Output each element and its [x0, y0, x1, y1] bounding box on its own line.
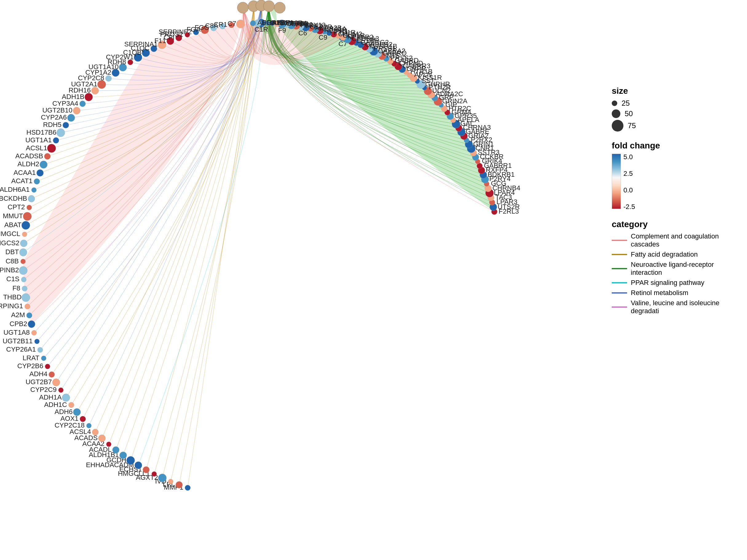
size-circle: [612, 101, 617, 106]
category-label: Complement and coagulation cascades: [631, 232, 728, 248]
category-item: Valine, leucine and isoleucine degradati: [612, 299, 728, 315]
category-item: Complement and coagulation cascades: [612, 232, 728, 248]
fold-change-label: 5.0: [623, 154, 635, 160]
category-item: Fatty acid degradation: [612, 250, 728, 259]
category-label: PPAR signaling pathway: [631, 279, 704, 287]
category-item: PPAR signaling pathway: [612, 279, 728, 287]
category-label: Retinol metabolism: [631, 289, 688, 297]
category-title: category: [612, 219, 728, 229]
category-color-line: [612, 282, 627, 284]
category-color-line: [612, 254, 627, 255]
fold-change-gradient: [612, 154, 621, 209]
category-item: Retinol metabolism: [612, 289, 728, 297]
fold-change-label: 2.5: [623, 170, 635, 177]
size-legend-row: 25: [612, 99, 728, 108]
legend-container: size 255075 fold change 5.02.50.0-2.5 ca…: [612, 86, 728, 317]
category-label: Fatty acid degradation: [631, 250, 698, 259]
fold-change-label: -2.5: [623, 204, 635, 210]
size-label: 25: [622, 99, 630, 108]
fold-change-title: fold change: [612, 141, 728, 151]
category-legend: Complement and coagulation cascadesFatty…: [612, 232, 728, 315]
category-color-line: [612, 292, 627, 294]
fold-change-block: 5.02.50.0-2.5: [612, 154, 728, 210]
category-label: Valine, leucine and isoleucine degradati: [631, 299, 728, 315]
size-circle: [612, 109, 620, 118]
category-color-line: [612, 306, 627, 308]
fold-change-labels: 5.02.50.0-2.5: [623, 154, 635, 210]
size-legend-row: 75: [612, 120, 728, 132]
category-color-line: [612, 268, 627, 269]
category-item: Neuroactive ligand-receptor interaction: [612, 261, 728, 276]
size-legend-row: 50: [612, 109, 728, 118]
size-label: 75: [628, 122, 636, 130]
fold-change-label: 0.0: [623, 187, 635, 194]
category-label: Neuroactive ligand-receptor interaction: [631, 261, 728, 276]
size-legend-title: size: [612, 86, 728, 96]
category-color-line: [612, 240, 627, 241]
size-label: 50: [625, 109, 633, 118]
size-circle: [612, 120, 623, 132]
size-legend: 255075: [612, 99, 728, 132]
